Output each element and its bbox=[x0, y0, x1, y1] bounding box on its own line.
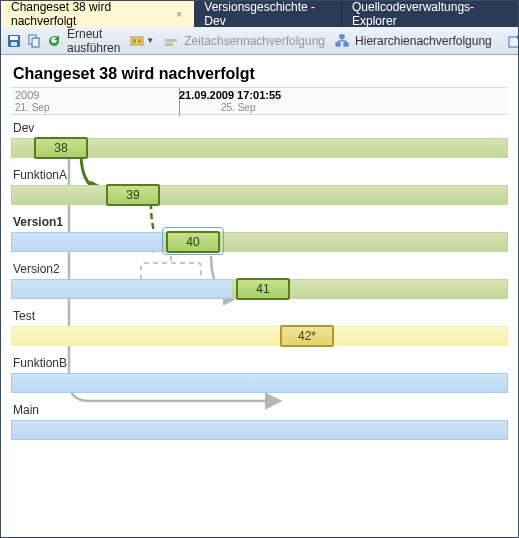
tab-source-explorer-label: Quellcodeverwaltungs-Explorer bbox=[352, 0, 508, 28]
refresh-icon[interactable] bbox=[45, 30, 63, 52]
branch-row: Version140 bbox=[11, 215, 508, 252]
svg-rect-6 bbox=[133, 39, 136, 43]
branch-row: Version241 bbox=[11, 262, 508, 299]
rerun-button[interactable]: Erneut ausführen bbox=[65, 27, 126, 55]
timeline-year: 2009 bbox=[15, 89, 39, 101]
branch-row: Main bbox=[11, 403, 508, 440]
toolbar: Erneut ausführen ▼ Zeitachsennachverfolg… bbox=[1, 27, 518, 55]
svg-rect-7 bbox=[138, 39, 141, 43]
branch-row: FunktionA39 bbox=[11, 168, 508, 205]
branch-label: Version2 bbox=[11, 262, 508, 276]
timeline-header: 2009 21.09.2009 17:01:55 21. Sep 25. Sep bbox=[11, 87, 508, 115]
tab-source-explorer[interactable]: Quellcodeverwaltungs-Explorer bbox=[342, 1, 518, 27]
branch-bar[interactable]: 39 bbox=[11, 185, 508, 205]
changeset-box[interactable]: 41 bbox=[236, 278, 290, 300]
svg-rect-5 bbox=[131, 37, 143, 45]
tab-history[interactable]: Versionsgeschichte - Dev bbox=[194, 1, 342, 27]
tab-bar: Changeset 38 wird nachverfolgt × Version… bbox=[1, 1, 518, 27]
branch-label: FunktionA bbox=[11, 168, 508, 182]
changeset-box[interactable]: 38 bbox=[34, 137, 88, 159]
branch-label: Test bbox=[11, 309, 508, 323]
branch-label: Dev bbox=[11, 121, 508, 135]
tab-history-label: Versionsgeschichte - Dev bbox=[204, 0, 331, 28]
branch-row: Dev38 bbox=[11, 121, 508, 158]
changeset-box[interactable]: 39 bbox=[106, 184, 160, 206]
close-icon[interactable]: × bbox=[174, 8, 184, 20]
save-button[interactable] bbox=[5, 30, 23, 52]
changeset-box[interactable]: 42* bbox=[280, 325, 334, 347]
svg-rect-9 bbox=[165, 43, 173, 46]
svg-rect-4 bbox=[32, 38, 39, 47]
hierarchy-view-button[interactable]: Hierarchienachverfolgung bbox=[353, 34, 498, 48]
tab-active[interactable]: Changeset 38 wird nachverfolgt × bbox=[1, 1, 194, 27]
timeline-tick: 21. Sep bbox=[15, 102, 49, 113]
branch-label: Version1 bbox=[11, 215, 508, 229]
tab-active-label: Changeset 38 wird nachverfolgt bbox=[11, 0, 168, 28]
rerun-label: Erneut ausführen bbox=[67, 27, 120, 55]
hierarchy-view-icon[interactable] bbox=[333, 30, 351, 52]
svg-rect-1 bbox=[10, 36, 18, 40]
timeline-view-icon bbox=[162, 30, 180, 52]
branch-row: FunktionB bbox=[11, 356, 508, 393]
branch-bar[interactable]: 38 bbox=[11, 138, 508, 158]
dropdown-icon[interactable]: ▼ bbox=[146, 36, 154, 45]
svg-rect-2 bbox=[11, 42, 17, 46]
timeline-view-button: Zeitachsennachverfolgung bbox=[182, 34, 331, 48]
branch-diagram: Dev38FunktionA39Version140Version241Test… bbox=[11, 121, 508, 440]
tracking-options-button[interactable] bbox=[128, 30, 146, 52]
branch-bar[interactable] bbox=[11, 420, 508, 440]
branch-bar[interactable]: 41 bbox=[11, 279, 508, 299]
branch-label: FunktionB bbox=[11, 356, 508, 370]
copy-button[interactable] bbox=[25, 30, 43, 52]
export-button[interactable] bbox=[506, 30, 519, 52]
svg-rect-12 bbox=[344, 43, 348, 46]
branch-bar[interactable]: 40 bbox=[11, 232, 508, 252]
hierarchy-view-label: Hierarchienachverfolgung bbox=[355, 34, 492, 48]
timeline-tick: 25. Sep bbox=[221, 102, 255, 113]
svg-rect-10 bbox=[340, 35, 344, 38]
changeset-box[interactable]: 40 bbox=[166, 231, 220, 253]
svg-rect-8 bbox=[165, 39, 177, 42]
branch-label: Main bbox=[11, 403, 508, 417]
branch-bar[interactable]: 42* bbox=[11, 326, 508, 346]
branch-row: Test42* bbox=[11, 309, 508, 346]
branch-bar[interactable] bbox=[11, 373, 508, 393]
content-area: Changeset 38 wird nachverfolgt 2009 21.0… bbox=[1, 55, 518, 460]
page-title: Changeset 38 wird nachverfolgt bbox=[13, 65, 508, 83]
timeline-datestamp: 21.09.2009 17:01:55 bbox=[179, 89, 281, 101]
svg-rect-11 bbox=[336, 43, 340, 46]
timeline-view-label: Zeitachsennachverfolgung bbox=[184, 34, 325, 48]
